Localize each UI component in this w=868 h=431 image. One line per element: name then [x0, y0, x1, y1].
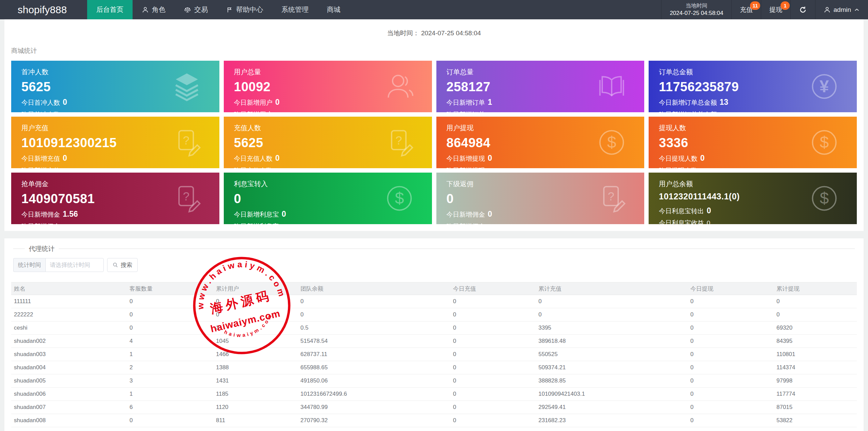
table-cell: 0 [213, 308, 298, 321]
nav-item-1[interactable]: 角色 [133, 0, 175, 19]
table-row: ceshi030.503395069320 [11, 321, 857, 335]
table-cell: 69320 [774, 321, 857, 335]
nav-item-3[interactable]: 帮助中心 [217, 0, 272, 19]
subline-value: 0 [488, 210, 492, 219]
table-cell: 0 [688, 374, 774, 388]
stat-card-subline: 昨日新增用户1 [234, 110, 422, 112]
subline-value: 0 [282, 223, 285, 224]
subline-label: 今日首冲人数 [21, 98, 60, 107]
table-cell: 509374.21 [536, 361, 688, 374]
subline-value: 0 [700, 154, 705, 163]
refresh-icon[interactable] [799, 6, 807, 14]
svg-text:?: ? [395, 134, 402, 147]
table-row: 2222220000000 [11, 308, 857, 321]
table-cell: shuadan007 [11, 401, 127, 414]
table-cell: 811 [213, 414, 298, 427]
mall-stats-title: 商城统计 [11, 46, 857, 55]
withdraw-nav-button[interactable]: 提现 1 [761, 0, 790, 19]
table-cell: 0 [774, 308, 857, 321]
table-cell: 1012 [213, 427, 298, 431]
table-column-header: 今日充值 [450, 282, 536, 295]
stat-time-input[interactable] [45, 258, 104, 272]
table-column-header: 累计充值 [536, 282, 688, 295]
subline-value: 2 [488, 111, 492, 112]
table-cell: 389618.48 [536, 335, 688, 348]
refresh-button[interactable] [790, 0, 815, 19]
mall-stats-panel: 当地时间： 2024-07-25 04:58:04 商城统计 首冲人数5625今… [4, 19, 864, 231]
subline-value: 0 [488, 167, 492, 168]
stat-card-1: 用户总量10092今日新增用户0昨日新增用户1 [224, 61, 432, 112]
table-cell: 0 [450, 348, 536, 361]
table-cell: 344780.99 [298, 401, 450, 414]
local-time-label: 当地时间 [686, 2, 707, 9]
chevron-up-icon [854, 7, 860, 13]
table-cell: 84395 [774, 335, 857, 348]
subline-value: 5.4 [63, 223, 72, 224]
stat-card-subline: 昨日充值人数2 [234, 166, 422, 168]
table-cell: 3 [213, 321, 298, 335]
table-cell: 0 [536, 308, 688, 321]
subline-label: 昨日提现人数 [659, 166, 697, 168]
admin-menu[interactable]: admin [815, 0, 868, 19]
stat-card-5: 充值人数5625今日充值人数0昨日充值人数2? [224, 117, 432, 168]
table-column-header: 累计用户 [213, 282, 298, 295]
local-time-value: 2024-07-25 04:58:04 [670, 9, 723, 17]
search-button[interactable]: 搜索 [107, 258, 138, 272]
table-row: shuadan006111851012316672499.60101090942… [11, 388, 857, 401]
subline-label: 昨日新增提现 [447, 166, 485, 168]
dollar-icon: $ [595, 126, 628, 159]
subline-label: 昨日新增佣金 [21, 222, 60, 224]
table-cell: 1185 [213, 388, 298, 401]
subline-label: 昨日首冲人数 [21, 110, 60, 112]
subline-label: 今日利息宝收益 [659, 219, 704, 224]
table-cell: 628737.11 [298, 348, 450, 361]
table-cell: 0 [774, 295, 857, 308]
nav-item-0[interactable]: 后台首页 [87, 0, 133, 19]
table-cell: 1 [127, 388, 213, 401]
stat-card-subline: 昨日新增利息宝0 [234, 222, 422, 224]
recharge-nav-button[interactable]: 充值 11 [731, 0, 761, 19]
stat-card-subline: 昨日新增订单2 [447, 110, 634, 112]
table-cell: 1388 [213, 361, 298, 374]
table-cell: 222222 [11, 308, 127, 321]
dollar-icon: $ [383, 182, 416, 215]
subline-value: 0 [63, 98, 67, 107]
agent-stats-panel: 代理统计 统计时间 搜索 姓名客服数量累计用户团队余额今日充值累计充值今日提现累… [4, 238, 864, 431]
table-cell: 0 [450, 361, 536, 374]
doc-icon: ? [171, 126, 203, 159]
table-cell: shuadan003 [11, 348, 127, 361]
table-column-header: 今日提现 [688, 282, 774, 295]
table-cell: 4 [127, 335, 213, 348]
table-row: shuadan00421388655988.650509374.21011437… [11, 361, 857, 374]
table-cell: 0 [536, 295, 688, 308]
stat-card-subline: 昨日新增佣金5.4 [21, 222, 209, 224]
nav-item-5[interactable]: 商城 [318, 0, 350, 19]
stat-card-subline: 今日利息宝收益0 [659, 219, 847, 224]
subline-label: 昨日新增充值 [21, 166, 60, 168]
admin-username[interactable]: admin [833, 6, 851, 14]
recharge-badge: 11 [750, 1, 760, 10]
table-cell: shuadan006 [11, 388, 127, 401]
subline-label: 今日新增佣金 [21, 210, 60, 219]
table-cell: 0 [127, 414, 213, 427]
nav-item-2[interactable]: 交易 [175, 0, 217, 19]
subline-value: 0 [275, 154, 280, 163]
table-cell: ceshi [11, 321, 127, 335]
table-cell: shuadan008 [11, 414, 127, 427]
stat-card-4: 用户充值1010912300215今日新增充值0昨日新增充值110000? [11, 117, 219, 168]
stat-card-7: 提现人数3336今日提现人数0昨日提现人数0$ [649, 117, 857, 168]
subline-value: 0 [488, 223, 492, 224]
svg-text:$: $ [820, 133, 829, 151]
agent-stats-title: 代理统计 [25, 244, 59, 253]
table-cell: 0 [688, 321, 774, 335]
nav-item-label: 帮助中心 [236, 5, 263, 14]
nav-item-label: 交易 [194, 5, 208, 14]
stat-card-3: 订单总金额11756235879今日新增订单总金额13昨日新增订单总金额45¥ [649, 61, 857, 112]
table-cell: 0 [688, 414, 774, 427]
stat-card-11: 用户总余额1012320111443.1(0)今日利息宝转出0今日利息宝收益0$ [649, 173, 857, 224]
table-cell: 550525 [536, 348, 688, 361]
nav-item-4[interactable]: 系统管理 [272, 0, 318, 19]
page-time-value: 2024-07-25 04:58:04 [421, 30, 481, 37]
table-cell: 1120 [213, 401, 298, 414]
search-button-label: 搜索 [121, 261, 132, 269]
